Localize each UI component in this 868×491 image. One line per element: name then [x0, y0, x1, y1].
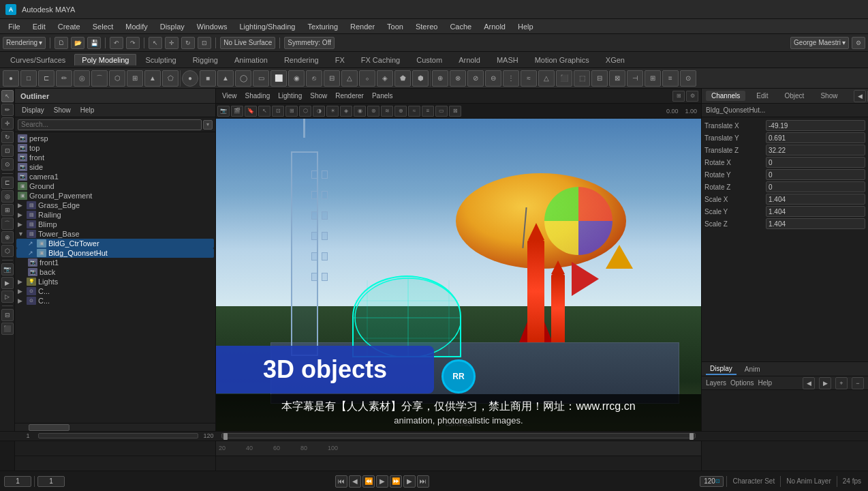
workspace-dropdown[interactable]: Rendering ▾: [3, 37, 46, 49]
tab-fx-caching[interactable]: FX Caching: [354, 54, 407, 65]
outliner-item-c1[interactable]: ▶ ⊙ C...: [16, 286, 214, 296]
outliner-item-front[interactable]: 📷 front: [16, 153, 214, 162]
current-frame-input[interactable]: 1: [37, 476, 65, 487]
menu-lighting-shading[interactable]: Lighting/Shading: [234, 21, 300, 32]
layer-subtab-layers[interactable]: Layers: [706, 379, 726, 387]
rotate-btn[interactable]: ↻: [181, 37, 195, 49]
menu-stereo[interactable]: Stereo: [410, 21, 443, 32]
open-scene-btn[interactable]: 📂: [71, 37, 84, 49]
outliner-item-side[interactable]: 📷 side: [16, 162, 214, 172]
shelf-icon-lasso[interactable]: ⊏: [38, 70, 55, 87]
ch-tab-channels[interactable]: Channels: [706, 91, 745, 101]
grid-btn[interactable]: ⊟: [1, 309, 14, 321]
shelf-icon-box[interactable]: □: [20, 70, 37, 87]
vp-icon-light-off[interactable]: ☀: [326, 106, 339, 117]
shelf-icon-sculpt2[interactable]: ⊙: [680, 70, 696, 87]
tab-motion-graphics[interactable]: Motion Graphics: [527, 54, 597, 65]
vp-icon-ao[interactable]: ⊛: [367, 106, 379, 117]
outliner-scrollbar[interactable]: [15, 423, 215, 431]
outliner-item-camera1[interactable]: 📷 camera1: [16, 172, 214, 181]
attr-value-tx[interactable]: -49.19: [766, 120, 865, 131]
outliner-item-ground[interactable]: ▣ Ground: [16, 181, 214, 191]
layer-subtab-options[interactable]: Options: [730, 379, 754, 387]
shelf-icon-extract[interactable]: ⊘: [467, 70, 484, 87]
tab-arnold[interactable]: Arnold: [451, 54, 488, 65]
redo-btn[interactable]: ↷: [126, 37, 140, 49]
vp-icon-render-region[interactable]: ⊠: [449, 106, 461, 117]
prev-key-btn[interactable]: ⏪: [362, 475, 375, 488]
ch-tab-object[interactable]: Object: [779, 91, 810, 101]
vp-icon-gate[interactable]: ▭: [435, 106, 448, 117]
scene-canvas[interactable]: camera1 3D objects RR 本字幕是有【人人素材】分享，仅供学习…: [216, 119, 701, 431]
shelf-icon-average[interactable]: ≈: [521, 70, 537, 87]
panel-prev-btn[interactable]: ◀: [854, 90, 866, 102]
render-btn[interactable]: ▶: [1, 277, 14, 289]
menu-render[interactable]: Render: [345, 21, 380, 32]
shelf-icon-prism[interactable]: △: [341, 70, 358, 87]
ipr-btn[interactable]: ▷: [1, 291, 14, 303]
attr-value-sy[interactable]: 1.404: [766, 206, 865, 217]
save-scene-btn[interactable]: 💾: [87, 37, 101, 49]
tab-sculpting[interactable]: Sculpting: [138, 54, 183, 65]
lasso-tool-btn[interactable]: ⊏: [1, 177, 14, 189]
shelf-icon-cone[interactable]: ▲: [217, 70, 234, 87]
vp-icon-dof[interactable]: ⊕: [394, 106, 407, 117]
shelf-icon-subdiv2[interactable]: ⊞: [645, 70, 661, 87]
ch-tab-edit[interactable]: Edit: [751, 91, 773, 101]
shelf-icon-pyramid[interactable]: ⬦: [359, 70, 375, 87]
shelf-icon-helix[interactable]: ⎋: [306, 70, 322, 87]
vp-menu-show[interactable]: Show: [307, 91, 330, 100]
shelf-icon-soccer[interactable]: ⬟: [394, 70, 411, 87]
scroll-thumb[interactable]: [29, 424, 69, 431]
new-scene-btn[interactable]: 🗋: [55, 37, 68, 49]
vp-icon-aa[interactable]: ≋: [381, 106, 393, 117]
shelf-icon-disk[interactable]: ◉: [288, 70, 305, 87]
vp-icon-camera[interactable]: 📷: [217, 106, 230, 117]
vp-icon-bookmark[interactable]: 🔖: [245, 106, 257, 117]
attr-value-sx[interactable]: 1.404: [766, 194, 865, 205]
ch-tab-show[interactable]: Show: [815, 91, 843, 101]
attr-value-rx[interactable]: 0: [766, 157, 865, 168]
attr-value-rz[interactable]: 0: [766, 181, 865, 192]
scale-tool-btn[interactable]: ⊡: [1, 145, 14, 157]
attr-value-sz[interactable]: 1.404: [766, 218, 865, 229]
snap-curve-btn[interactable]: ⌒: [1, 218, 14, 230]
vp-icon-shadow[interactable]: ◈: [340, 106, 352, 117]
attr-value-tz[interactable]: 32.22: [766, 145, 865, 155]
vp-menu-view[interactable]: View: [219, 91, 241, 100]
vp-icon-smooth[interactable]: ◑: [313, 106, 325, 117]
outliner-menu-display[interactable]: Display: [18, 106, 48, 115]
outliner-item-bldg-quonsethut[interactable]: ↗ ▣ Bldg_QuonsetHut: [16, 248, 214, 258]
vp-menu-renderer[interactable]: Renderer: [332, 91, 367, 100]
layer-minus-btn[interactable]: −: [852, 377, 864, 389]
rotate-tool-btn[interactable]: ↻: [1, 131, 14, 143]
tab-animation[interactable]: Animation: [227, 54, 275, 65]
vp-menu-shading[interactable]: Shading: [242, 91, 274, 100]
outliner-item-railing[interactable]: ▶ ▤ Railing: [16, 210, 214, 220]
snap-grid-btn[interactable]: ⊞: [1, 204, 14, 216]
shelf-icon-plane[interactable]: ▭: [253, 70, 269, 87]
paint-tool-btn[interactable]: ✏: [1, 104, 14, 116]
symmetry-dropdown[interactable]: Symmetry: Off: [284, 37, 335, 49]
outliner-item-bldg-ctrtower[interactable]: ↗ ▣ BldG_CtrTower: [16, 239, 214, 248]
vp-menu-lighting[interactable]: Lighting: [275, 91, 305, 100]
menu-cache[interactable]: Cache: [444, 21, 477, 32]
frame-end-field[interactable]: 120 ⊡: [700, 476, 724, 487]
search-options-btn[interactable]: ▾: [203, 120, 213, 130]
outliner-item-front1[interactable]: 📷 front1: [16, 258, 214, 267]
shelf-icon-reduce[interactable]: ⊟: [591, 70, 608, 87]
attr-value-ty[interactable]: 0.691: [766, 132, 865, 143]
vp-icon-hud[interactable]: ≡: [422, 106, 434, 117]
menu-windows[interactable]: Windows: [191, 21, 233, 32]
vp-settings-btn[interactable]: ⚙: [686, 91, 698, 102]
shelf-icon-merge[interactable]: ⊞: [127, 70, 143, 87]
vp-maximize-btn[interactable]: ⊞: [672, 91, 685, 102]
shelf-icon-pipe[interactable]: ◈: [377, 70, 393, 87]
shelf-icon-fill[interactable]: ⬚: [574, 70, 590, 87]
shelf-icon-subdiv[interactable]: ⊟: [324, 70, 340, 87]
shelf-icon-cube[interactable]: ■: [200, 70, 216, 87]
menu-select[interactable]: Select: [87, 21, 119, 32]
layer-add-btn[interactable]: +: [835, 377, 848, 389]
main-range-track[interactable]: [221, 433, 696, 438]
shelf-icon-torus[interactable]: ◯: [235, 70, 251, 87]
